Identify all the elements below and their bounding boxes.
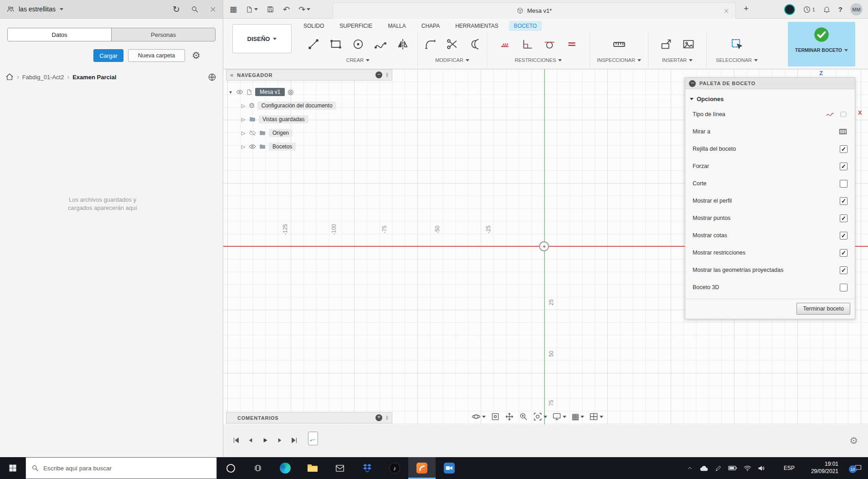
timeline-sketch-feature[interactable] [308,432,318,445]
cortana-button[interactable] [217,457,244,479]
tab-boceto[interactable]: BOCETO [509,21,542,31]
insert-canvas-image-icon[interactable] [679,35,698,54]
sketch-grid-checkbox[interactable]: ✓ [840,145,847,153]
start-button[interactable] [0,457,26,479]
notifications-bell-icon[interactable] [823,5,831,13]
grid-settings-button[interactable]: ▦ [571,412,584,422]
mail-button[interactable] [326,457,354,479]
timeline-play-button[interactable] [259,434,271,446]
origin-point[interactable] [539,241,549,251]
palette-minimize-icon[interactable]: − [689,80,696,87]
fusion-logo-icon[interactable] [784,4,795,15]
team-chevron-down-icon[interactable] [60,8,63,10]
tab-malla[interactable]: MALLA [383,21,411,31]
tab-chapa[interactable]: CHAPA [416,21,445,31]
file-menu-button[interactable] [246,5,258,14]
select-tool-icon[interactable] [728,35,746,54]
tree-row-origin[interactable]: ▷ Origen [228,126,392,140]
tree-expander-icon[interactable]: ▷ [241,117,246,122]
group-crear-dropdown[interactable]: CREAR [303,57,413,63]
tree-expander-icon[interactable]: ▷ [241,130,246,136]
action-center-button[interactable]: 10 [854,464,863,472]
help-icon[interactable]: ? [838,5,842,13]
workspace-selector[interactable]: DISEÑO [232,24,292,53]
show-points-checkbox[interactable]: ✓ [840,214,847,222]
breadcrumb-folder[interactable]: Examen Parcial [72,74,116,81]
timeline-step-forward-button[interactable] [274,434,285,446]
fit-view-button[interactable] [533,412,547,421]
zoom-button[interactable] [519,412,528,421]
offset-tool-icon[interactable] [465,35,483,54]
document-tab[interactable]: Mesa v1* [333,2,736,19]
measure-tool-icon[interactable] [610,35,628,54]
volume-icon[interactable] [758,465,765,472]
navigator-grip-icon[interactable]: ‖ [386,72,388,78]
tab-personas[interactable]: Personas [112,28,215,41]
rectangle-tool-icon[interactable] [327,35,345,54]
upload-button[interactable]: Cargar [93,49,123,62]
tree-item-label[interactable]: Bocetos [269,143,296,151]
show-constraints-checkbox[interactable]: ✓ [840,249,847,257]
video-call-app-button[interactable] [436,457,463,479]
look-at-button[interactable] [491,412,500,421]
sketch-palette-header[interactable]: − PALETA DE BOCETO [685,78,855,89]
battery-icon[interactable] [728,465,737,471]
new-folder-button[interactable]: Nueva carpeta [128,49,185,62]
group-modificar-dropdown[interactable]: MODIFICAR [422,57,483,63]
options-section-header[interactable]: Opciones [685,92,855,106]
tab-superficie[interactable]: SUPERFICIE [334,21,377,31]
job-status-button[interactable]: 1 [803,5,815,14]
look-at-plane-icon[interactable] [838,127,847,136]
timeline-skip-start-button[interactable] [230,434,241,446]
comments-expand-icon[interactable]: + [375,414,382,421]
sketch-3d-checkbox[interactable] [840,284,847,291]
pan-button[interactable] [505,412,514,421]
navigator-header[interactable]: « NAVEGADOR − ‖ [226,69,392,81]
tree-item-label[interactable]: Origen [269,129,293,137]
globe-icon[interactable] [208,73,216,82]
trim-tool-icon[interactable] [443,35,461,54]
dropbox-button[interactable] [354,457,381,479]
show-projected-checkbox[interactable]: ✓ [840,266,847,274]
edge-button[interactable] [272,457,299,479]
slice-checkbox[interactable] [840,180,847,188]
group-inspeccionar-dropdown[interactable]: INSPECCIONAR [594,57,644,63]
breadcrumb-project[interactable]: Fabdig_01-Act2 [22,74,64,81]
tab-herramientas[interactable]: HERRAMIENTAS [450,21,503,31]
tree-item-label[interactable]: Configuración del documento [257,102,336,110]
linetype-box-icon[interactable] [839,110,847,118]
tree-expander-icon[interactable]: ▷ [241,144,246,150]
fillet-tool-icon[interactable] [422,35,439,54]
refresh-icon[interactable]: ↻ [173,4,180,15]
line-tool-icon[interactable] [304,35,323,54]
spline-tool-icon[interactable] [371,35,390,54]
timeline-step-back-button[interactable] [245,434,256,446]
visibility-eye-off-icon[interactable] [249,129,256,137]
file-explorer-button[interactable] [299,457,326,479]
fusion360-button[interactable] [408,457,436,479]
taskbar-search-input[interactable] [43,465,211,472]
snap-checkbox[interactable]: ✓ [840,163,847,170]
tree-root-row[interactable]: ▾ Mesa v1 ◎ [228,85,392,99]
user-avatar[interactable]: MM [850,3,863,15]
perpendicular-constraint-icon[interactable] [518,35,536,54]
construction-linetype-icon[interactable] [826,110,835,119]
redo-button[interactable]: ↷ [298,5,310,15]
onedrive-cloud-icon[interactable] [699,465,709,472]
task-view-button[interactable] [244,457,272,479]
save-button[interactable] [267,5,274,13]
new-document-tab-plus-icon[interactable]: + [744,4,749,14]
group-insertar-dropdown[interactable]: INSERTAR [652,57,702,63]
group-restricciones-dropdown[interactable]: RESTRICCIONES [491,57,586,63]
mirror-tool-icon[interactable] [394,35,412,54]
modeling-canvas[interactable]: -125 -100 -75 -50 -25 25 50 75 Z X « NAV… [223,69,868,424]
language-indicator[interactable]: ESP [784,465,795,471]
tiktok-button[interactable]: ♪ [381,457,408,479]
show-dimensions-checkbox[interactable]: ✓ [840,232,847,240]
timeline-skip-end-button[interactable] [288,434,300,446]
tree-row-named-views[interactable]: ▷ Vistas guardadas [228,112,392,126]
navigator-minimize-icon[interactable]: − [375,71,382,78]
visibility-eye-icon[interactable] [249,143,256,150]
hidden-icons-chevron-icon[interactable] [687,465,693,471]
taskbar-search[interactable] [26,457,217,479]
